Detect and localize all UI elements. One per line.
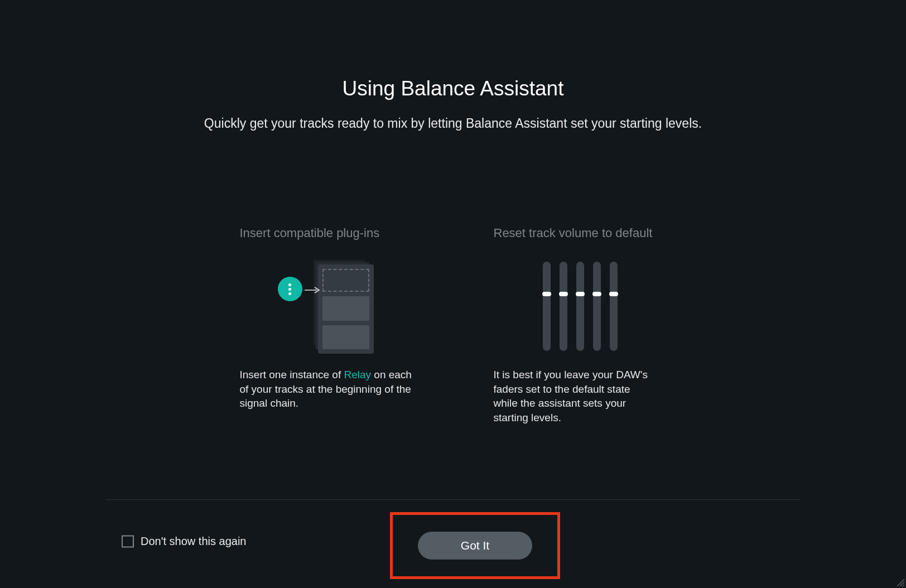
page-subtitle: Quickly get your tracks ready to mix by … [204,116,702,131]
checkbox-icon[interactable] [122,535,134,547]
plugin-slots-icon [318,264,374,354]
resize-grip-icon[interactable] [895,577,905,587]
step-description: Insert one instance of Relay on each of … [240,368,413,411]
fader-icon [543,262,551,351]
fader-illustration [494,256,667,356]
fader-icon [610,262,618,351]
plugin-slot-icon [322,325,369,349]
arrow-right-icon [305,287,320,292]
checkbox-label: Don't show this again [141,535,246,548]
step-title: Reset track volume to default [494,226,667,240]
plugin-circle-icon [278,277,302,301]
fader-icon [576,262,584,351]
plugin-slot-empty-icon [322,269,369,292]
step-description: It is best if you leave your DAW's fader… [494,368,650,425]
plugin-illustration [240,256,413,356]
fader-icon [593,262,601,351]
step-reset-volume: Reset track volume to default It is best… [494,226,667,425]
plugin-slot-icon [322,296,369,320]
fader-icon [560,262,567,351]
steps-row: Insert compatible plug-ins [240,226,667,425]
relay-link[interactable]: Relay [344,369,371,380]
step-desc-pre: Insert one instance of [240,369,344,380]
step-title: Insert compatible plug-ins [240,226,413,240]
got-it-button[interactable]: Got It [418,532,532,560]
dialog-content: Using Balance Assistant Quickly get your… [0,0,906,509]
svg-line-3 [903,585,904,586]
page-title: Using Balance Assistant [343,77,564,100]
dont-show-again-wrap[interactable]: Don't show this again [122,535,246,548]
highlight-box: Got It [390,512,560,579]
divider [106,499,801,500]
step-insert-plugins: Insert compatible plug-ins [240,226,413,425]
